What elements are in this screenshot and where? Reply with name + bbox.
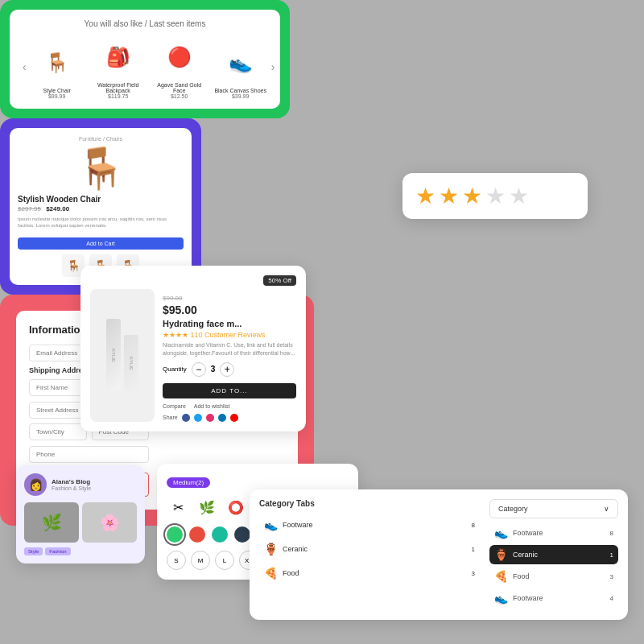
color-dot-1[interactable]: [189, 526, 205, 543]
sale-badge: 50% Off: [263, 275, 296, 286]
carousel-prev[interactable]: ‹: [19, 60, 30, 73]
size-button-l[interactable]: L: [215, 551, 234, 570]
carousel-item[interactable]: 🪑Style Chair$99.99: [30, 40, 85, 99]
share-linkedin[interactable]: [218, 414, 226, 422]
category-tab-item[interactable]: 🏺Ceranic1: [259, 539, 480, 559]
category-dropdown-item[interactable]: 🍕Food3: [489, 567, 618, 586]
product-breadcrumb: Furniture / Chairs: [18, 136, 184, 142]
size-button-s[interactable]: S: [167, 551, 186, 570]
blog-author: Alana's Blog: [52, 478, 91, 485]
compare-link[interactable]: Compare: [163, 403, 186, 409]
hydrating-desc: Niacinamide and Vitamin C. Use, link and…: [163, 341, 296, 357]
color-dot-2[interactable]: [212, 526, 228, 543]
product-image: 🪑: [18, 145, 184, 192]
carousel-next[interactable]: ›: [268, 60, 279, 73]
star-1[interactable]: ★: [415, 183, 436, 209]
carousel-title: You will also like / Last seen items: [19, 19, 270, 28]
category-dropdown-label: Category: [498, 505, 528, 513]
share-youtube[interactable]: [230, 414, 238, 422]
color-dot-3[interactable]: [234, 526, 250, 543]
color-dot-0[interactable]: [167, 526, 183, 543]
star-5[interactable]: ★: [509, 183, 529, 209]
category-tab-item[interactable]: 👟Footware8: [259, 514, 480, 535]
hydrating-new-price: $95.00: [163, 303, 296, 316]
hydrating-product-image: KYLIE KYLIE: [90, 289, 155, 422]
size-icon-ring: ⭕: [225, 496, 247, 518]
qty-label: Quantity: [163, 365, 187, 373]
share-facebook[interactable]: [182, 414, 190, 422]
blog-card: 👩 Alana's Blog Fashion & Style 🌿 🌸 Style…: [16, 465, 145, 564]
hydrating-old-price: $90.00: [163, 295, 182, 302]
category-dropdown-section: Category ∨ 👟Footware8🏺Ceranic1🍕Food3👟Foo…: [489, 499, 618, 610]
phone-input[interactable]: [29, 446, 149, 463]
star-2[interactable]: ★: [439, 183, 459, 209]
town-input[interactable]: [29, 423, 87, 440]
add-to-cart-button[interactable]: Add to Cart: [18, 237, 184, 250]
size-badge: Medium(2): [167, 477, 210, 488]
category-dropdown-item[interactable]: 👟Footware4: [489, 588, 618, 608]
blog-img-1[interactable]: 🌿: [24, 502, 79, 543]
category-tab-item[interactable]: 🍕Food3: [259, 563, 480, 584]
qty-decrease[interactable]: −: [192, 362, 206, 377]
blog-avatar: 👩: [24, 473, 47, 496]
carousel-item[interactable]: 👟Black Canvas Shoes$39.99: [213, 40, 268, 99]
hydrating-rating: ★★★★ 110 Customer Reviews: [163, 331, 296, 339]
size-icon-leaf: 🌿: [196, 496, 218, 518]
blog-subtitle: Fashion & Style: [52, 485, 91, 491]
category-dropdown[interactable]: Category ∨: [489, 499, 618, 518]
category-card: Category Tabs 👟Footware8🏺Ceranic1🍕Food3 …: [250, 489, 628, 620]
wishlist-link[interactable]: Add to wishlist: [194, 403, 230, 409]
product-old-price: $297.95: [18, 205, 41, 213]
category-tabs-section: Category Tabs 👟Footware8🏺Ceranic1🍕Food3: [259, 499, 480, 610]
carousel-card: You will also like / Last seen items ‹ 🪑…: [0, 0, 290, 118]
chevron-down-icon: ∨: [604, 505, 609, 513]
qty-increase[interactable]: +: [220, 362, 234, 377]
category-dropdown-item[interactable]: 👟Footware8: [489, 523, 618, 543]
blog-img-2[interactable]: 🌸: [82, 502, 137, 543]
blog-tag-1: Style: [24, 547, 43, 555]
product-new-price: $249.00: [46, 205, 69, 213]
star-3[interactable]: ★: [462, 183, 482, 209]
share-label: Share: [163, 415, 178, 420]
rating-card: ★ ★ ★ ★ ★: [402, 173, 588, 219]
hydrating-add-to-cart[interactable]: ADD TO...: [163, 383, 296, 398]
size-button-m[interactable]: M: [191, 551, 210, 570]
product-desc: Ipsum molestie natoque dolor possim nisi…: [18, 216, 184, 229]
product-name: Stylish Wooden Chair: [18, 195, 184, 204]
star-4[interactable]: ★: [485, 183, 506, 209]
qty-value: 3: [211, 365, 216, 374]
category-dropdown-item[interactable]: 🏺Ceranic1: [489, 545, 618, 564]
share-instagram[interactable]: [206, 414, 214, 422]
category-tabs-title: Category Tabs: [259, 499, 480, 508]
carousel-item[interactable]: 🎒Waterproof Field Backpack$119.75: [91, 35, 146, 99]
size-icon-scissors: ✂: [167, 496, 189, 518]
hydrating-product-card: 50% Off KYLIE KYLIE $90.00 $95.00 Hydrat…: [80, 266, 306, 431]
firstname-input[interactable]: [29, 379, 87, 396]
share-twitter[interactable]: [194, 414, 202, 422]
hydrating-name: Hydrating face m...: [163, 319, 296, 328]
carousel-item[interactable]: 🔴Agave Sand Gold Face$12.50: [152, 35, 207, 99]
blog-tag-2: Fashion: [45, 547, 70, 555]
